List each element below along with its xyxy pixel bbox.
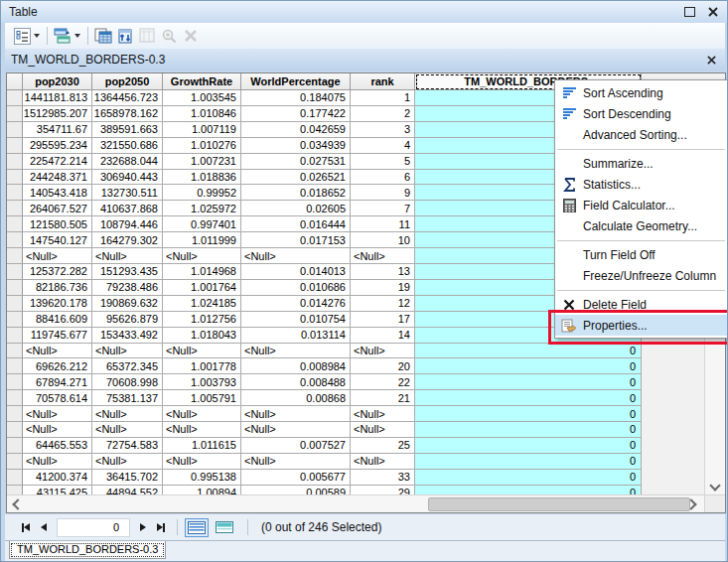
table-cell[interactable]: <Null>: [241, 422, 351, 438]
table-cell[interactable]: 1.003793: [163, 374, 241, 390]
table-cell[interactable]: <Null>: [23, 406, 92, 422]
last-record-button[interactable]: [152, 518, 170, 536]
selected-column-cell[interactable]: 0: [415, 406, 642, 422]
table-cell[interactable]: <Null>: [351, 454, 415, 470]
menu-item-properties[interactable]: Properties...: [555, 315, 727, 336]
menu-item-statistics[interactable]: Statistics...: [555, 174, 727, 195]
table-cell[interactable]: 29: [351, 486, 415, 494]
row-selector-button[interactable]: [7, 406, 23, 422]
row-selector-button[interactable]: [7, 312, 23, 328]
table-cell[interactable]: 82186.736: [23, 280, 92, 296]
table-cell[interactable]: 1512985.207: [23, 106, 92, 122]
table-cell[interactable]: 0.008488: [241, 374, 351, 390]
table-cell[interactable]: 41200.374: [23, 470, 92, 486]
table-cell[interactable]: 164279.302: [92, 232, 163, 248]
table-cell[interactable]: 4: [351, 138, 415, 154]
row-selector-header[interactable]: [7, 73, 23, 90]
table-cell[interactable]: 0.184075: [241, 90, 351, 106]
table-cell[interactable]: 0.997401: [163, 216, 241, 232]
table-cell[interactable]: 1.025972: [163, 201, 241, 216]
previous-record-button[interactable]: [35, 518, 53, 536]
table-cell[interactable]: <Null>: [241, 344, 351, 359]
selected-column-cell[interactable]: 0: [415, 438, 642, 454]
column-header-pop2030[interactable]: pop2030: [23, 73, 92, 90]
row-selector-button[interactable]: [7, 486, 23, 494]
switch-selection-icon[interactable]: [115, 26, 135, 46]
table-cell[interactable]: 1658978.162: [92, 106, 163, 122]
table-cell[interactable]: 1.00894: [163, 486, 241, 494]
table-cell[interactable]: 1.024185: [163, 296, 241, 312]
menu-item-turn-field-off[interactable]: Turn Field Off: [555, 244, 727, 265]
table-cell[interactable]: 5: [351, 154, 415, 170]
table-cell[interactable]: 19: [351, 280, 415, 296]
column-header-worldpercentage[interactable]: WorldPercentage: [241, 73, 351, 90]
table-cell[interactable]: <Null>: [163, 422, 241, 438]
table-cell[interactable]: <Null>: [351, 406, 415, 422]
row-selector-button[interactable]: [7, 232, 23, 248]
table-cell[interactable]: <Null>: [23, 454, 92, 470]
table-cell[interactable]: 21: [351, 390, 415, 406]
row-selector-button[interactable]: [7, 374, 23, 390]
scroll-down-button[interactable]: [705, 479, 725, 494]
table-cell[interactable]: 0.005677: [241, 470, 351, 486]
table-cell[interactable]: 64465.553: [23, 438, 92, 454]
table-cell[interactable]: 151293.435: [92, 264, 163, 280]
selected-column-cell[interactable]: 0: [415, 390, 642, 406]
table-cell[interactable]: 190869.632: [92, 296, 163, 312]
menu-item-sort-descending[interactable]: Sort Descending: [555, 103, 727, 124]
table-cell[interactable]: 125372.282: [23, 264, 92, 280]
table-cell[interactable]: 22: [351, 374, 415, 390]
table-cell[interactable]: 65372.345: [92, 358, 163, 374]
column-header-pop2050[interactable]: pop2050: [92, 73, 163, 90]
related-tables-icon[interactable]: [53, 26, 73, 46]
table-cell[interactable]: 0.014013: [241, 264, 351, 280]
table-cell[interactable]: 1.014968: [163, 264, 241, 280]
table-cell[interactable]: 43115.425: [23, 486, 92, 494]
table-cell[interactable]: 0.014276: [241, 296, 351, 312]
table-cell[interactable]: 0.042659: [241, 122, 351, 138]
row-selector-button[interactable]: [7, 470, 23, 486]
table-cell[interactable]: 88416.609: [23, 312, 92, 328]
table-cell[interactable]: 147540.127: [23, 232, 92, 248]
table-cell[interactable]: <Null>: [23, 248, 92, 264]
horizontal-scroll-thumb[interactable]: [428, 497, 690, 511]
table-cell[interactable]: 306940.443: [92, 170, 163, 186]
table-cell[interactable]: <Null>: [351, 344, 415, 359]
table-cell[interactable]: 1.001778: [163, 358, 241, 374]
row-selector-button[interactable]: [7, 122, 23, 138]
table-cell[interactable]: 1.012756: [163, 312, 241, 328]
row-selector-button[interactable]: [7, 264, 23, 280]
menu-item-freeze-unfreeze-column[interactable]: Freeze/Unfreeze Column: [555, 265, 727, 286]
table-cell[interactable]: 132730.511: [92, 185, 163, 201]
table-cell[interactable]: <Null>: [163, 344, 241, 359]
column-header-rank[interactable]: rank: [351, 73, 415, 90]
table-cell[interactable]: <Null>: [351, 422, 415, 438]
table-cell[interactable]: 295595.234: [23, 138, 92, 154]
table-cell[interactable]: 139620.178: [23, 296, 92, 312]
scroll-left-button[interactable]: [7, 500, 25, 508]
table-cell[interactable]: 17: [351, 312, 415, 328]
row-selector-button[interactable]: [7, 344, 23, 359]
row-selector-button[interactable]: [7, 201, 23, 216]
menu-item-calculate-geometry[interactable]: Calculate Geometry...: [555, 215, 727, 236]
next-record-button[interactable]: [134, 518, 152, 536]
table-cell[interactable]: <Null>: [241, 248, 351, 264]
table-cell[interactable]: <Null>: [23, 344, 92, 359]
maximize-button[interactable]: [679, 4, 699, 20]
table-cell[interactable]: 0.034939: [241, 138, 351, 154]
table-cell[interactable]: <Null>: [163, 454, 241, 470]
selected-column-cell[interactable]: 0: [415, 358, 642, 374]
row-selector-button[interactable]: [7, 358, 23, 374]
table-cell[interactable]: 0.177422: [241, 106, 351, 122]
table-cell[interactable]: 1.003545: [163, 90, 241, 106]
table-cell[interactable]: 0.007527: [241, 438, 351, 454]
table-cell[interactable]: 264067.527: [23, 201, 92, 216]
table-cell[interactable]: <Null>: [163, 248, 241, 264]
table-cell[interactable]: 410637.868: [92, 201, 163, 216]
table-cell[interactable]: 7: [351, 201, 415, 216]
table-cell[interactable]: 11: [351, 216, 415, 232]
table-cell[interactable]: 0.00589: [241, 486, 351, 494]
table-cell[interactable]: 1.018836: [163, 170, 241, 186]
table-cell[interactable]: 14: [351, 328, 415, 344]
table-cell[interactable]: 232688.044: [92, 154, 163, 170]
